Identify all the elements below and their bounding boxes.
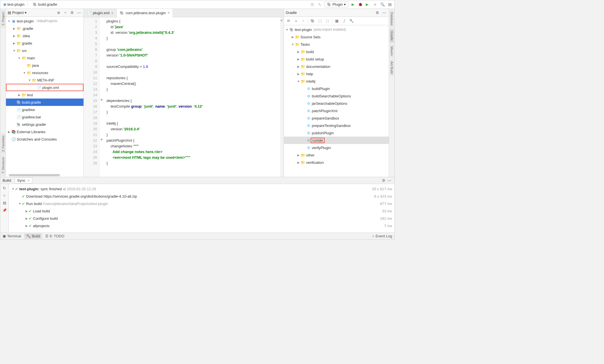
gear-icon[interactable]: ⚙	[69, 10, 75, 16]
run-config-dropdown[interactable]: 🐘 Plugin ▾	[324, 1, 348, 7]
gradle-tree-item[interactable]: ▶📁build	[284, 48, 389, 55]
close-icon[interactable]: ×	[111, 11, 114, 15]
expand-all-icon[interactable]: ⬚	[317, 18, 323, 24]
tree-item[interactable]: 🐘build.gradle	[6, 99, 83, 106]
tree-item[interactable]: ▶📁.idea	[6, 32, 83, 39]
gutter-database-tab[interactable]: Database	[390, 10, 394, 28]
gradle-tree-item[interactable]: ▶📁verification	[284, 159, 389, 166]
expand-arrow-icon[interactable]: ▶	[25, 217, 29, 220]
gradle-tree-item[interactable]: ⚙publishPlugin	[284, 129, 389, 137]
run-icon[interactable]: ▶	[350, 2, 356, 7]
expand-arrow-icon[interactable]: ▶	[296, 65, 300, 68]
expand-arrow-icon[interactable]: ▶	[296, 72, 300, 76]
expand-arrow-icon[interactable]: ▼	[296, 80, 300, 83]
editor-error-stripe[interactable]: ✔	[280, 17, 284, 177]
gradle-tree-root[interactable]: ▼ 🐘 test-plugin (auto-import enabled)	[284, 26, 389, 33]
add-icon[interactable]: ＋	[292, 18, 299, 24]
expand-arrow-icon[interactable]: ▼	[7, 20, 11, 23]
scrollbar-thumb[interactable]	[9, 174, 60, 176]
tree-item[interactable]: ▶📁.gradle	[6, 25, 83, 32]
expand-arrow-icon[interactable]: ▼	[28, 79, 32, 82]
expand-arrow-icon[interactable]: ▼	[17, 57, 21, 60]
build-log-row[interactable]: ▶✔Load build33 ms	[11, 207, 392, 215]
collapse-all-icon[interactable]: ⬚	[324, 18, 331, 24]
tree-item[interactable]: ▼📁resources	[6, 69, 83, 76]
gradle-tree-item[interactable]: ▶📁documentation	[284, 63, 389, 70]
expand-arrow-icon[interactable]: ▶	[25, 210, 29, 213]
build-log-row[interactable]: ▶✔allprojects7 ms	[11, 222, 392, 229]
breadcrumb-project[interactable]: ▣ test-plugin	[2, 2, 26, 7]
breadcrumb-file[interactable]: 🐘 build.gradle	[32, 2, 58, 7]
close-icon[interactable]: ×	[168, 11, 170, 15]
wrench-icon[interactable]: 🔧	[348, 18, 355, 24]
gradle-tree-item[interactable]: ⚙prepareSandbox	[284, 114, 389, 122]
gutter-project-tab[interactable]: 1: Project	[1, 10, 5, 28]
show-deps-icon[interactable]: ▦	[333, 18, 340, 24]
expand-arrow-icon[interactable]: ▶	[296, 161, 300, 164]
tree-item[interactable]: ▶📁gradle	[6, 39, 83, 47]
hide-icon[interactable]: —	[76, 10, 82, 16]
build-log-row[interactable]: ▶✔Configure build191 ms	[11, 215, 392, 222]
gradle-tree-item[interactable]: ⚙runIde	[284, 137, 389, 144]
gradle-tree-item[interactable]: ▶📁build setup	[284, 55, 389, 63]
expand-arrow-icon[interactable]: ▶	[291, 35, 295, 39]
rerun-icon[interactable]: ↻	[2, 185, 7, 191]
editor-tab[interactable]: 🐘com.jetbrains.test-plugin×	[117, 9, 173, 17]
gradle-tree-item[interactable]: ⚙prepareTestingSandbox	[284, 122, 389, 129]
tree-item[interactable]: ▶📁test	[6, 91, 83, 99]
gutter-maven-tab[interactable]: Maven	[390, 44, 394, 58]
debug-icon[interactable]: 🐞	[358, 2, 363, 7]
build-log-row[interactable]: ✔Download https://services.gradle.org/di…	[11, 193, 392, 200]
expand-arrow-icon[interactable]: ▼	[18, 202, 22, 205]
gradle-tree-item[interactable]: ⚙patchPluginXml	[284, 107, 389, 114]
editor-tab[interactable]: 📄plugin.xml×	[84, 9, 117, 17]
gradle-tree-item[interactable]: ⚙buildPlugin	[284, 85, 389, 92]
hammer-icon[interactable]: ⤡	[317, 2, 323, 7]
gradle-tree-item[interactable]: ▼📁Tasks	[284, 41, 389, 48]
build-icon[interactable]: ▶⃞	[310, 2, 315, 7]
expand-arrow-icon[interactable]: ▼	[22, 71, 26, 74]
gradle-tree-item[interactable]: ⚙buildSearchableOptions	[284, 92, 389, 100]
expand-arrow-icon[interactable]: ▼	[285, 28, 289, 31]
terminal-button[interactable]: ▣ Terminal	[3, 234, 21, 238]
gradle-tree-item[interactable]: ▶📁other	[284, 151, 389, 159]
tree-item[interactable]: 📄gradlew	[6, 106, 83, 113]
gradle-tree-item[interactable]: ▶📁Source Sets	[284, 33, 389, 41]
filter-icon[interactable]: ▤	[2, 200, 7, 206]
close-icon[interactable]: ×	[28, 178, 30, 183]
expand-arrow-icon[interactable]: ▶	[12, 42, 16, 45]
locate-icon[interactable]: ⊕	[56, 10, 61, 16]
expand-arrow-icon[interactable]: ▼	[12, 49, 16, 52]
tree-item[interactable]: 📄plugin.xml	[6, 84, 83, 91]
gear-icon[interactable]: ⚙	[381, 178, 386, 183]
expand-arrow-icon[interactable]: ▶	[296, 50, 300, 53]
expand-arrow-icon[interactable]: ▶	[17, 93, 21, 97]
expand-arrow-icon[interactable]: ▶	[296, 154, 300, 157]
search-icon[interactable]: 🔍	[380, 2, 385, 7]
fold-gutter[interactable]: ▶▶	[100, 17, 104, 177]
todo-button[interactable]: ☰ 6: TODO	[45, 234, 64, 238]
gradle-tree-item[interactable]: ▼📁intellij	[284, 78, 389, 85]
gradle-tree-item[interactable]: ▶📁help	[284, 70, 389, 78]
collapse-icon[interactable]: ÷	[62, 10, 68, 16]
gradle-tree[interactable]: ▼ 🐘 test-plugin (auto-import enabled) ▶📁…	[284, 25, 389, 177]
project-tree[interactable]: ▼ ▣ test-plugin ~/IdeaProjects ▶📁.gradle…	[6, 17, 83, 177]
expand-arrow-icon[interactable]: ▼	[11, 187, 15, 191]
tree-item[interactable]: 📄gradlew.bat	[6, 113, 83, 121]
tree-item[interactable]: 🐘settings.gradle	[6, 121, 83, 128]
project-view-selector[interactable]: ▤ Project ▾	[8, 11, 56, 15]
stop-icon[interactable]: ■	[2, 193, 7, 198]
build-log-row[interactable]: ▼✔test-plugin: sync finished at 2019-02-…	[11, 185, 392, 193]
expand-arrow-icon[interactable]: ▶	[12, 34, 16, 37]
gradle-tree-item[interactable]: ⚙verifyPlugin	[284, 144, 389, 151]
tree-item[interactable]: ▼📁main	[6, 54, 83, 62]
tree-item[interactable]: ▼📁src	[6, 47, 83, 54]
expand-arrow-icon[interactable]: ▼	[291, 43, 295, 46]
gutter-favorites-tab[interactable]: 2: Favorites	[1, 133, 5, 154]
expand-arrow-icon[interactable]: ▶	[296, 58, 300, 61]
gradle-icon[interactable]: 🐘	[309, 18, 316, 24]
pin-icon[interactable]: 📌	[2, 207, 7, 213]
coverage-icon[interactable]: ▶.	[365, 2, 371, 7]
stop-icon[interactable]: ■	[372, 2, 378, 7]
layout-icon[interactable]: ▤	[387, 2, 393, 7]
